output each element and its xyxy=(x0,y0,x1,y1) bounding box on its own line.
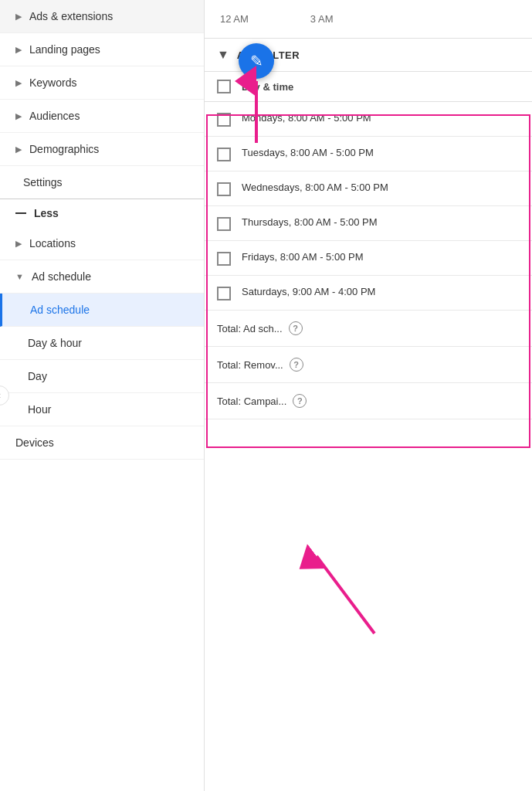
chevron-left-icon: ‹ xyxy=(0,390,1,401)
sidebar-item-label: Settings xyxy=(23,176,63,188)
sidebar-item-ad-schedule[interactable]: Ad schedule xyxy=(0,294,204,327)
table-row: Saturdays, 9:00 AM - 4:00 PM xyxy=(205,276,532,311)
row-text-4: Thursdays, 8:00 AM - 5:00 PM xyxy=(242,216,378,229)
row-text-3: Wednesdays, 8:00 AM - 5:00 PM xyxy=(242,181,388,195)
timeline-label-3am: 3 AM xyxy=(310,13,334,25)
sidebar-item-label: Demographics xyxy=(29,143,99,155)
main-content: 12 AM 3 AM ▼ ADD FILTER Day & time Monda… xyxy=(205,0,532,791)
sidebar-less-section: Less xyxy=(0,199,204,227)
sidebar-item-label: Ads & extensions xyxy=(29,10,113,22)
arrow-icon: ▶ xyxy=(15,78,22,88)
row-text-6: Saturdays, 9:00 AM - 4:00 PM xyxy=(242,285,375,299)
arrow-icon: ▶ xyxy=(15,144,22,154)
sidebar-item-hour[interactable]: Hour xyxy=(0,393,204,426)
sidebar-item-label: Keywords xyxy=(29,76,76,89)
sidebar: ‹ ▶ Ads & extensions ▶ Landing pages ▶ K… xyxy=(0,0,205,791)
table-row: Mondays, 8:00 AM - 5:00 PM xyxy=(205,102,532,137)
row-text-5: Fridays, 8:00 AM - 5:00 PM xyxy=(242,250,364,264)
arrow-icon: ▶ xyxy=(15,111,22,121)
help-icon-2[interactable]: ? xyxy=(290,358,303,372)
row-checkbox-2[interactable] xyxy=(217,148,231,161)
timeline-label-12am: 12 AM xyxy=(220,13,249,25)
row-checkbox-3[interactable] xyxy=(217,182,231,196)
filter-icon: ▼ xyxy=(217,48,229,62)
sidebar-item-label: Devices xyxy=(15,436,54,449)
help-icon-3[interactable]: ? xyxy=(293,394,307,408)
timeline-header: 12 AM 3 AM xyxy=(205,0,532,39)
table-row: Tuesdays, 8:00 AM - 5:00 PM xyxy=(205,137,532,171)
sidebar-item-day-hour[interactable]: Day & hour xyxy=(0,327,204,360)
arrow-icon: ▼ xyxy=(15,272,24,281)
fab-edit-button[interactable]: ✎ xyxy=(239,43,274,79)
sidebar-item-demographics[interactable]: ▶ Demographics xyxy=(0,133,204,166)
sidebar-item-label: Ad schedule xyxy=(30,304,90,316)
total-row-2: Total: Remov... ? xyxy=(205,347,532,383)
total-row-1: Total: Ad sch... ? xyxy=(205,311,532,347)
table-area: Mondays, 8:00 AM - 5:00 PM Tuesdays, 8:0… xyxy=(205,102,532,791)
total-text-2: Total: Remov... xyxy=(217,359,283,371)
col-header-day-time: Day & time xyxy=(242,81,293,93)
row-checkbox-1[interactable] xyxy=(217,113,231,127)
help-icon-1[interactable]: ? xyxy=(289,321,303,335)
row-text-1: Mondays, 8:00 AM - 5:00 PM xyxy=(242,111,371,125)
row-checkbox-4[interactable] xyxy=(217,217,231,231)
sidebar-item-settings[interactable]: Settings xyxy=(0,166,204,199)
total-row-3: Total: Campai... ? xyxy=(205,383,532,419)
sidebar-item-label: Audiences xyxy=(29,110,80,122)
arrow-icon: ▶ xyxy=(15,45,22,55)
sidebar-item-label: Landing pages xyxy=(29,43,100,56)
row-checkbox-5[interactable] xyxy=(217,252,231,266)
sidebar-item-locations[interactable]: ▶ Locations xyxy=(0,227,204,260)
less-label: Less xyxy=(34,207,59,219)
sidebar-item-label: Hour xyxy=(28,403,51,416)
total-text-1: Total: Ad sch... xyxy=(217,323,283,334)
sidebar-item-devices[interactable]: Devices xyxy=(0,426,204,460)
sidebar-item-label: Locations xyxy=(29,237,76,250)
dash-icon xyxy=(15,212,26,214)
sidebar-item-day[interactable]: Day xyxy=(0,360,204,393)
sidebar-item-ads-extensions[interactable]: ▶ Ads & extensions xyxy=(0,0,204,33)
sidebar-item-label: Ad schedule xyxy=(32,270,91,283)
sidebar-item-ad-schedule-parent[interactable]: ▼ Ad schedule xyxy=(0,260,204,294)
sidebar-item-keywords[interactable]: ▶ Keywords xyxy=(0,66,204,100)
sidebar-item-label: Day & hour xyxy=(28,337,82,349)
row-checkbox-6[interactable] xyxy=(217,287,231,300)
arrow-icon: ▶ xyxy=(15,239,22,249)
arrow-icon: ▶ xyxy=(15,12,22,22)
total-text-3: Total: Campai... xyxy=(217,396,286,407)
table-row: Thursdays, 8:00 AM - 5:00 PM xyxy=(205,206,532,241)
row-text-2: Tuesdays, 8:00 AM - 5:00 PM xyxy=(242,146,374,160)
table-row: Wednesdays, 8:00 AM - 5:00 PM xyxy=(205,171,532,206)
select-all-checkbox[interactable] xyxy=(217,80,231,93)
table-row: Fridays, 8:00 AM - 5:00 PM xyxy=(205,241,532,276)
sidebar-item-audiences[interactable]: ▶ Audiences xyxy=(0,100,204,133)
pencil-icon: ✎ xyxy=(250,52,263,70)
sidebar-item-landing-pages[interactable]: ▶ Landing pages xyxy=(0,33,204,66)
sidebar-item-label: Day xyxy=(28,370,47,382)
